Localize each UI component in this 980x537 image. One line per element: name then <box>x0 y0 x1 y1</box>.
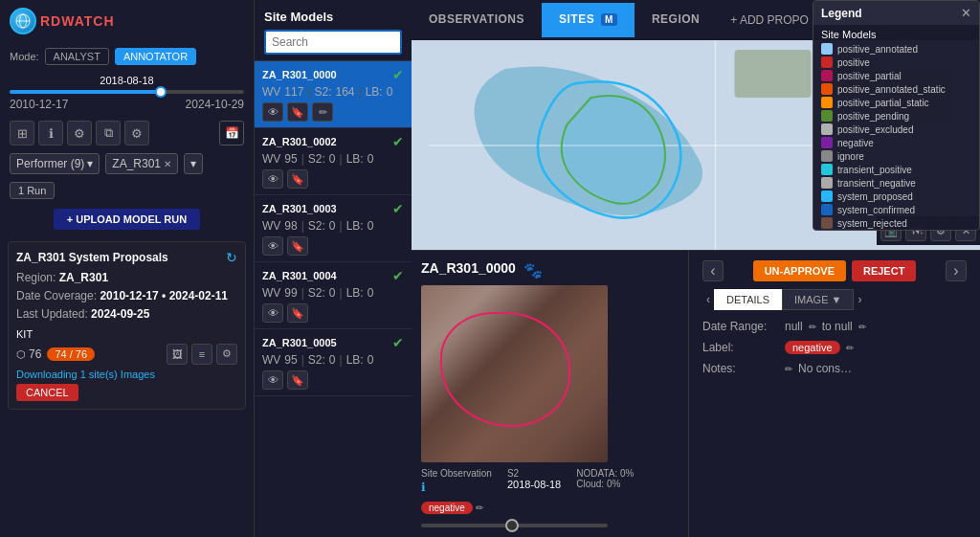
tab-observations[interactable]: OBSERVATIONS <box>412 3 542 37</box>
image-icon[interactable]: 🖼 <box>167 344 188 365</box>
nav-prev-arrow[interactable]: ‹ <box>702 260 724 281</box>
proposal-refresh-icon[interactable]: ↻ <box>226 250 237 265</box>
site-item[interactable]: ZA_R301_0004 ✔ WV 99 | S2: 0 | LB: 0 👁 🔖 <box>255 262 412 329</box>
site-edit-icon[interactable]: ✏ <box>312 102 333 122</box>
legend-color <box>821 83 833 95</box>
notes-edit-icon[interactable]: ✏ <box>785 364 792 374</box>
site-bookmark-icon[interactable]: 🔖 <box>287 102 308 122</box>
legend-label: negative <box>837 138 874 148</box>
legend-item: system_rejected <box>813 216 979 230</box>
site-bookmark-icon[interactable]: 🔖 <box>287 236 308 256</box>
site-eye-icon[interactable]: 👁 <box>262 370 283 390</box>
site-item-header: ZA_R301_0002 ✔ <box>262 134 404 149</box>
settings-icon[interactable]: ⚙ <box>67 121 92 145</box>
gear-icon[interactable]: ⚙ <box>124 121 149 145</box>
unapprove-button[interactable]: UN-APPROVE <box>753 260 846 281</box>
site-item[interactable]: ZA_R301_0005 ✔ WV 95 | S2: 0 | LB: 0 👁 🔖 <box>255 329 412 396</box>
site-actions: 👁 🔖 <box>262 303 404 323</box>
site-list: ZA_R301_0000 ✔ WV 117 | S2: 164 | LB: 0 … <box>255 61 412 537</box>
tab-next-icon[interactable]: › <box>854 291 865 308</box>
legend-label: positive_annotated <box>837 44 918 55</box>
proposal-card: ZA_R301 System Proposals ↻ Region: ZA_R3… <box>8 241 246 410</box>
settings2-icon[interactable]: ⚙ <box>216 344 237 365</box>
legend-item: positive_partial_static <box>813 96 979 109</box>
tab-details[interactable]: DETAILS <box>714 289 782 310</box>
date-range-to-edit-icon[interactable]: ✏ <box>858 322 866 332</box>
legend-close-icon[interactable]: ✕ <box>961 6 971 20</box>
site-bookmark-icon[interactable]: 🔖 <box>287 370 308 390</box>
tab-prev-icon[interactable]: ‹ <box>702 291 714 308</box>
analyst-mode-button[interactable]: ANALYST <box>45 48 109 65</box>
calendar-icon[interactable]: 📅 <box>219 121 244 145</box>
tab-sites[interactable]: SITES M <box>542 3 635 37</box>
performer-dropdown[interactable]: Performer (9) ▾ <box>10 153 100 174</box>
obs-date: 2018-08-18 <box>507 479 561 490</box>
site-detail-icon[interactable]: 🐾 <box>523 261 543 280</box>
date-start: 2010-12-17 <box>10 98 68 111</box>
site-eye-icon[interactable]: 👁 <box>262 236 283 256</box>
site-eye-icon[interactable]: 👁 <box>262 303 283 323</box>
s2-val: 0 <box>329 219 336 233</box>
obs-col-nodata: NODATA: 0% Cloud: 0% <box>576 468 634 494</box>
site-eye-icon[interactable]: 👁 <box>262 102 283 122</box>
site-stats: WV 98 | S2: 0 | LB: 0 <box>262 219 404 233</box>
label-edit-icon[interactable]: ✏ <box>846 343 854 353</box>
site-eye-icon[interactable]: 👁 <box>262 169 283 189</box>
obs-slider-thumb[interactable] <box>505 519 519 532</box>
tab-region[interactable]: REGION <box>635 3 717 37</box>
date-range-val: null <box>785 320 803 333</box>
site-bookmark-icon[interactable]: 🔖 <box>287 303 308 323</box>
lb-label: LB: <box>346 152 364 166</box>
legend-label: transient_negative <box>837 178 916 189</box>
slider-fill <box>10 90 162 94</box>
chevron-down-icon2: ▾ <box>190 157 196 170</box>
proposal-info: Region: ZA_R301 Date Coverage: 2010-12-1… <box>16 269 237 324</box>
map-area[interactable]: OBSERVATIONS SITES M REGION + ADD PROPO <box>412 0 980 537</box>
legend-item: positive_annotated_static <box>813 82 979 96</box>
wv-label: WV <box>262 85 280 99</box>
legend-item: transient_positive <box>813 163 979 176</box>
list-icon[interactable]: ≡ <box>191 344 212 365</box>
date-slider[interactable] <box>10 90 244 94</box>
info-icon[interactable]: ℹ <box>38 121 63 145</box>
lb-val: 0 <box>368 353 374 367</box>
site-item[interactable]: ZA_R301_0002 ✔ WV 95 | S2: 0 | LB: 0 👁 🔖 <box>255 128 412 195</box>
site-item-header: ZA_R301_0004 ✔ <box>262 268 404 283</box>
obs-slider[interactable] <box>421 524 608 527</box>
score-badge[interactable]: 74 / 76 <box>47 347 95 361</box>
chevron-down-icon: ▾ <box>87 157 93 170</box>
obs-edit-icon[interactable]: ✏ <box>476 503 483 513</box>
filter-clear-icon[interactable]: ✕ <box>164 159 171 169</box>
site-actions: 👁 🔖 <box>262 169 404 189</box>
wv-label: WV <box>262 286 280 300</box>
site-detail-right: ‹ UN-APPROVE REJECT › ‹ DETAILS IMAGE ▼ … <box>689 251 980 537</box>
site-item[interactable]: ZA_R301_0000 ✔ WV 117 | S2: 164 | LB: 0 … <box>255 61 412 128</box>
tab-image[interactable]: IMAGE ▼ <box>782 289 854 310</box>
annotator-mode-button[interactable]: ANNOTATOR <box>115 48 196 65</box>
legend-label: positive_excluded <box>837 124 914 135</box>
grid-icon[interactable]: ⊞ <box>10 121 34 145</box>
secondary-dropdown[interactable]: ▾ <box>184 153 203 174</box>
tab-add[interactable]: + ADD PROPO <box>717 4 822 36</box>
score-row: ⬡ 76 74 / 76 🖼 ≡ ⚙ <box>16 344 237 365</box>
legend-item: system_proposed <box>813 190 979 203</box>
reject-button[interactable]: REJECT <box>852 260 916 281</box>
legend-item: positive <box>813 56 979 69</box>
s2-label: S2: <box>308 286 325 300</box>
legend-label: ignore <box>837 151 864 162</box>
cancel-button[interactable]: CANCEL <box>16 384 78 401</box>
site-bookmark-icon[interactable]: 🔖 <box>287 169 308 189</box>
layers-icon[interactable]: ⧉ <box>96 121 121 145</box>
runs-row: 1 Run <box>0 178 254 203</box>
site-item[interactable]: ZA_R301_0003 ✔ WV 98 | S2: 0 | LB: 0 👁 🔖 <box>255 195 412 262</box>
legend-item: system_confirmed <box>813 203 979 216</box>
date-range-edit-icon[interactable]: ✏ <box>809 322 816 332</box>
slider-thumb[interactable] <box>155 86 167 98</box>
search-input[interactable] <box>272 35 415 49</box>
legend-label: positive_annotated_static <box>837 84 946 95</box>
s2-val: 164 <box>336 85 355 99</box>
site-stats: WV 95 | S2: 0 | LB: 0 <box>262 152 404 166</box>
detail-actions: ‹ UN-APPROVE REJECT › <box>702 260 967 281</box>
upload-model-run-button[interactable]: + UPLOAD MODEL RUN <box>54 209 200 230</box>
nav-next-arrow[interactable]: › <box>946 260 967 281</box>
